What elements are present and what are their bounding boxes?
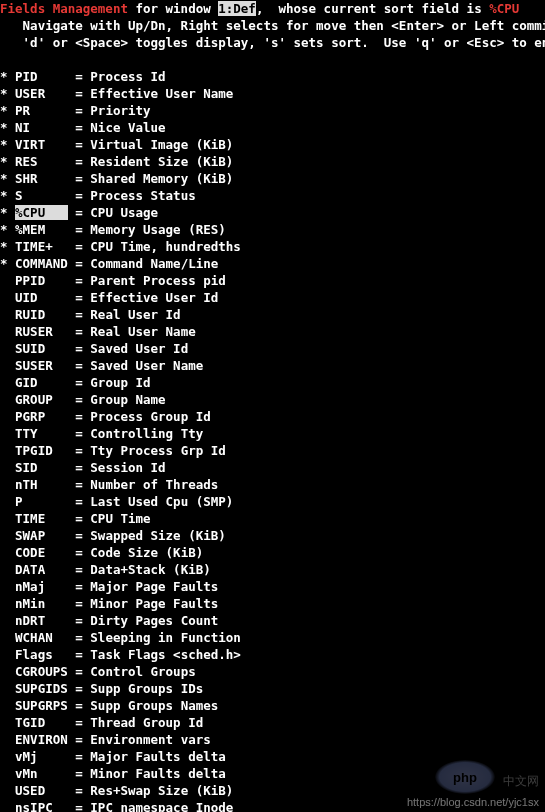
header-text: , whose current sort field is xyxy=(256,1,489,16)
field-name[interactable]: nDRT xyxy=(15,613,68,628)
field-toggle-star[interactable]: * xyxy=(0,69,8,84)
source-url-watermark: https://blog.csdn.net/yjc1sx xyxy=(407,796,539,808)
field-toggle-star[interactable] xyxy=(0,358,8,373)
field-sep: = xyxy=(68,307,91,322)
field-toggle-star[interactable] xyxy=(0,647,8,662)
field-name[interactable]: CODE xyxy=(15,545,68,560)
field-name[interactable]: nMin xyxy=(15,596,68,611)
field-toggle-star[interactable] xyxy=(0,460,8,475)
field-name[interactable]: TGID xyxy=(15,715,68,730)
field-toggle-star[interactable] xyxy=(0,698,8,713)
field-toggle-star[interactable] xyxy=(0,443,8,458)
field-name[interactable]: SUID xyxy=(15,341,68,356)
field-name[interactable]: nsIPC xyxy=(15,800,68,812)
field-toggle-star[interactable] xyxy=(0,579,8,594)
field-toggle-star[interactable] xyxy=(0,630,8,645)
field-name[interactable]: DATA xyxy=(15,562,68,577)
field-desc: Process Id xyxy=(90,69,165,84)
field-name[interactable]: NI xyxy=(15,120,68,135)
field-toggle-star[interactable]: * xyxy=(0,120,8,135)
field-name[interactable]: PID xyxy=(15,69,68,84)
field-name[interactable]: SUPGRPS xyxy=(15,698,68,713)
field-name[interactable]: ENVIRON xyxy=(15,732,68,747)
field-name[interactable]: nMaj xyxy=(15,579,68,594)
field-toggle-star[interactable] xyxy=(0,324,8,339)
field-toggle-star[interactable] xyxy=(0,562,8,577)
field-toggle-star[interactable] xyxy=(0,766,8,781)
field-toggle-star[interactable]: * xyxy=(0,103,8,118)
field-toggle-star[interactable] xyxy=(0,477,8,492)
field-toggle-star[interactable] xyxy=(0,273,8,288)
field-toggle-star[interactable] xyxy=(0,613,8,628)
field-toggle-star[interactable] xyxy=(0,375,8,390)
field-toggle-star[interactable]: * xyxy=(0,154,8,169)
field-toggle-star[interactable]: * xyxy=(0,137,8,152)
field-name[interactable]: RUID xyxy=(15,307,68,322)
field-name[interactable]: vMj xyxy=(15,749,68,764)
field-toggle-star[interactable]: * xyxy=(0,86,8,101)
field-sep: = xyxy=(68,698,91,713)
field-toggle-star[interactable]: * xyxy=(0,188,8,203)
field-desc: Thread Group Id xyxy=(90,715,203,730)
field-name[interactable]: TIME+ xyxy=(15,239,68,254)
field-name[interactable]: RUSER xyxy=(15,324,68,339)
field-toggle-star[interactable]: * xyxy=(0,171,8,186)
field-name[interactable]: %MEM xyxy=(15,222,68,237)
field-toggle-star[interactable] xyxy=(0,783,8,798)
field-toggle-star[interactable]: * xyxy=(0,222,8,237)
field-name[interactable]: PPID xyxy=(15,273,68,288)
field-toggle-star[interactable] xyxy=(0,426,8,441)
field-name[interactable]: GID xyxy=(15,375,68,390)
field-sep: = xyxy=(68,613,91,628)
field-toggle-star[interactable] xyxy=(0,800,8,812)
field-desc: Supp Groups IDs xyxy=(90,681,203,696)
field-name[interactable]: WCHAN xyxy=(15,630,68,645)
field-toggle-star[interactable] xyxy=(0,290,8,305)
field-toggle-star[interactable]: * xyxy=(0,239,8,254)
field-name[interactable]: RES xyxy=(15,154,68,169)
field-toggle-star[interactable] xyxy=(0,494,8,509)
field-toggle-star[interactable] xyxy=(0,596,8,611)
field-name[interactable]: USER xyxy=(15,86,68,101)
field-name[interactable]: PR xyxy=(15,103,68,118)
field-name[interactable]: nTH xyxy=(15,477,68,492)
field-toggle-star[interactable] xyxy=(0,545,8,560)
field-toggle-star[interactable] xyxy=(0,511,8,526)
field-toggle-star[interactable]: * xyxy=(0,256,8,271)
field-name[interactable]: SUSER xyxy=(15,358,68,373)
field-toggle-star[interactable] xyxy=(0,307,8,322)
field-sep: = xyxy=(68,630,91,645)
field-name[interactable]: PGRP xyxy=(15,409,68,424)
field-toggle-star[interactable] xyxy=(0,664,8,679)
field-name[interactable]: Flags xyxy=(15,647,68,662)
field-name[interactable]: TIME xyxy=(15,511,68,526)
field-toggle-star[interactable] xyxy=(0,681,8,696)
field-toggle-star[interactable] xyxy=(0,528,8,543)
terminal-screen[interactable]: Fields Management for window 1:Def, whos… xyxy=(0,0,545,812)
field-name[interactable]: SID xyxy=(15,460,68,475)
field-toggle-star[interactable] xyxy=(0,749,8,764)
field-name[interactable]: CGROUPS xyxy=(15,664,68,679)
field-toggle-star[interactable] xyxy=(0,715,8,730)
field-desc: Saved User Name xyxy=(90,358,203,373)
field-toggle-star[interactable] xyxy=(0,409,8,424)
field-name[interactable]: SHR xyxy=(15,171,68,186)
field-toggle-star[interactable] xyxy=(0,732,8,747)
field-name[interactable]: UID xyxy=(15,290,68,305)
field-name[interactable]: SWAP xyxy=(15,528,68,543)
field-toggle-star[interactable]: * xyxy=(0,205,8,220)
field-name[interactable]: %CPU xyxy=(15,205,68,220)
field-toggle-star[interactable] xyxy=(0,341,8,356)
field-name[interactable]: P xyxy=(15,494,68,509)
field-name[interactable]: GROUP xyxy=(15,392,68,407)
field-name[interactable]: COMMAND xyxy=(15,256,68,271)
field-sep: = xyxy=(68,375,91,390)
field-name[interactable]: VIRT xyxy=(15,137,68,152)
field-name[interactable]: TPGID xyxy=(15,443,68,458)
field-name[interactable]: TTY xyxy=(15,426,68,441)
field-name[interactable]: vMn xyxy=(15,766,68,781)
field-name[interactable]: S xyxy=(15,188,68,203)
field-name[interactable]: SUPGIDS xyxy=(15,681,68,696)
field-toggle-star[interactable] xyxy=(0,392,8,407)
field-name[interactable]: USED xyxy=(15,783,68,798)
